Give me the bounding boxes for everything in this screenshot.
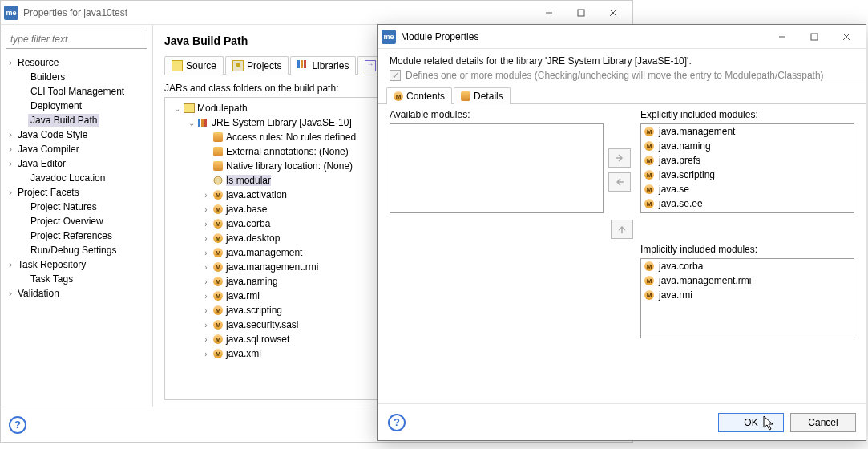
list-item[interactable]: Mjava.naming [641, 139, 854, 153]
source-folder-icon [172, 60, 183, 71]
available-modules-label: Available modules: [390, 109, 604, 120]
move-left-button[interactable] [608, 172, 631, 192]
sidebar-item-java-compiler[interactable]: ›Java Compiler [4, 142, 149, 156]
defines-modules-checkbox[interactable]: ✓ [390, 70, 401, 81]
list-item[interactable]: Mjava.rmi [641, 288, 854, 302]
tab-projects[interactable]: Projects [225, 56, 289, 75]
module-icon: M [212, 190, 224, 200]
filter-input[interactable] [6, 30, 147, 49]
modal-titlebar: me Module Properties [378, 25, 866, 49]
tree-label: External annotations: (None) [226, 146, 349, 157]
app-icon: me [382, 30, 396, 44]
list-item-label: java.se [659, 184, 689, 195]
module-icon: M [644, 261, 654, 271]
close-button[interactable] [830, 26, 862, 47]
list-item[interactable]: Mjava.scripting [641, 168, 854, 182]
move-right-button[interactable] [608, 148, 631, 168]
tab-libraries[interactable]: Libraries [290, 56, 356, 75]
sidebar-item-run-debug-settings[interactable]: Run/Debug Settings [4, 243, 149, 257]
sidebar-item-javadoc-location[interactable]: Javadoc Location [4, 171, 149, 185]
sidebar-item-label: Java Code Style [15, 128, 90, 141]
sidebar-item-project-facets[interactable]: ›Project Facets [4, 185, 149, 200]
sidebar-item-project-references[interactable]: Project References [4, 229, 149, 243]
list-item[interactable]: Mjava.se.ee [641, 196, 854, 211]
sidebar-item-cli-tool-management[interactable]: CLI Tool Management [4, 84, 149, 99]
list-item[interactable]: Mjava.corba [641, 259, 854, 273]
tab-details[interactable]: Details [454, 87, 511, 104]
implicit-modules-list[interactable]: Mjava.corbaMjava.management.rmiMjava.rmi [640, 258, 854, 338]
native-library-icon [212, 161, 224, 171]
chevron-right-icon: › [200, 306, 212, 315]
sidebar-item-builders[interactable]: Builders [4, 70, 149, 84]
chevron-right-icon: › [200, 249, 212, 257]
module-icon: M [644, 141, 654, 151]
chevron-right-icon: › [200, 321, 212, 330]
list-item[interactable]: Mjava.se [641, 182, 854, 196]
module-properties-dialog: me Module Properties Module related deta… [377, 24, 866, 441]
move-up-button[interactable] [611, 220, 633, 239]
list-item-label: java.se.ee [659, 198, 703, 209]
sidebar-item-label: Validation [15, 287, 62, 300]
ok-button[interactable]: OK [718, 413, 784, 432]
cancel-button[interactable]: Cancel [790, 413, 856, 432]
sidebar-item-java-code-style[interactable]: ›Java Code Style [4, 127, 149, 142]
close-button[interactable] [597, 2, 629, 23]
chevron-right-icon: › [6, 259, 15, 270]
module-icon: M [644, 170, 654, 180]
sidebar-item-deployment[interactable]: Deployment [4, 99, 149, 113]
is-modular-icon [212, 176, 224, 185]
chevron-right-icon: › [6, 288, 15, 299]
chevron-right-icon: › [200, 220, 212, 229]
tree-label: Is modular [226, 175, 271, 186]
chevron-down-icon: ⌄ [186, 119, 197, 127]
minimize-button[interactable] [766, 26, 798, 47]
module-icon: M [212, 233, 224, 243]
minimize-button[interactable] [533, 2, 565, 23]
maximize-button[interactable] [565, 2, 597, 23]
module-icon: M [212, 262, 224, 272]
tree-label: java.activation [226, 189, 287, 200]
list-item[interactable]: Mjava.management.rmi [641, 273, 854, 288]
tree-label: java.desktop [226, 233, 280, 244]
tree-label: JRE System Library [JavaSE-10] [212, 117, 352, 128]
chevron-down-icon: ⌄ [172, 104, 183, 113]
tree-label: java.xml [226, 348, 261, 359]
module-icon: M [644, 290, 654, 300]
sidebar-item-task-repository[interactable]: ›Task Repository [4, 257, 149, 272]
help-icon[interactable]: ? [388, 414, 406, 431]
sidebar-item-resource[interactable]: ›Resource [4, 55, 149, 70]
sidebar-item-java-editor[interactable]: ›Java Editor [4, 156, 149, 171]
sidebar-item-project-overview[interactable]: Project Overview [4, 214, 149, 229]
list-item-label: java.rmi [659, 289, 692, 301]
maximize-button[interactable] [798, 26, 830, 47]
details-icon [461, 91, 470, 101]
modal-description: Module related details for the library '… [390, 55, 854, 67]
modulepath-icon [183, 103, 196, 113]
sidebar-item-validation[interactable]: ›Validation [4, 286, 149, 301]
module-icon: M [212, 277, 224, 286]
module-icon: M [644, 156, 654, 165]
external-annotations-icon [212, 147, 224, 156]
sidebar-item-label: Project Overview [28, 215, 106, 228]
module-icon: M [212, 204, 224, 214]
sidebar-item-label: Builders [28, 71, 67, 83]
sidebar-item-task-tags[interactable]: Task Tags [4, 272, 149, 286]
sidebar-item-label: Resource [15, 56, 61, 69]
module-icon: M [212, 248, 224, 257]
explicit-modules-list[interactable]: Mjava.managementMjava.namingMjava.prefsM… [640, 123, 854, 213]
tree-label: java.scripting [226, 305, 282, 316]
tree-label: Native library location: (None) [226, 160, 353, 172]
tab-contents[interactable]: MContents [386, 87, 452, 104]
tab-source[interactable]: Source [164, 56, 224, 75]
chevron-right-icon: › [200, 277, 212, 286]
list-item[interactable]: Mjava.management [641, 124, 854, 139]
sidebar-item-java-build-path[interactable]: Java Build Path [4, 113, 149, 127]
help-icon[interactable]: ? [9, 416, 26, 434]
titlebar: me Properties for java10test [1, 1, 632, 25]
list-item[interactable]: Mjava.prefs [641, 153, 854, 168]
available-modules-list[interactable] [390, 123, 604, 213]
projects-icon [232, 60, 244, 71]
chevron-right-icon: › [200, 205, 212, 214]
tree-label: java.management [226, 247, 302, 258]
sidebar-item-project-natures[interactable]: Project Natures [4, 200, 149, 214]
